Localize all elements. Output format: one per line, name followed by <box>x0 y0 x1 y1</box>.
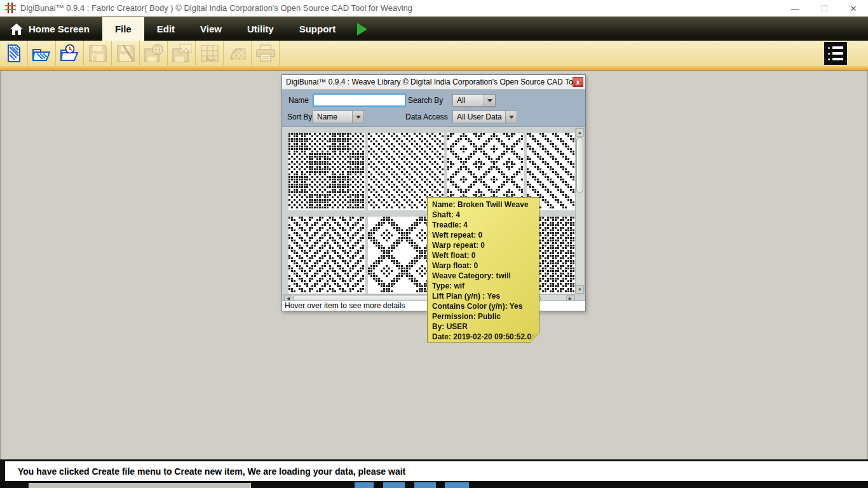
save-global-icon <box>144 44 164 63</box>
maximize-button[interactable]: ☐ <box>810 0 839 17</box>
window-frame-left <box>0 71 1 459</box>
status-message: You have clicked Create file menu to Cre… <box>5 466 405 477</box>
scroll-up-icon[interactable]: ▲ <box>576 128 584 137</box>
texture-apply-icon <box>227 44 248 63</box>
open-recent-icon <box>60 44 80 63</box>
save-texture-icon <box>172 44 192 63</box>
sort-by-label: Sort By <box>287 112 312 121</box>
taskbar-sliver <box>0 481 868 488</box>
tooltip-weft-repeat: Weft repeat: 0 <box>432 230 539 240</box>
close-button[interactable]: ✕ <box>839 0 868 17</box>
data-access-dropdown[interactable]: All User Data <box>452 111 517 123</box>
texture-apply-button <box>224 41 252 66</box>
print-button <box>252 41 280 66</box>
taskbar-item[interactable] <box>383 482 405 488</box>
save-icon <box>88 44 108 63</box>
tooltip-date: Date: 2019-02-20 09:50:52.0 <box>432 332 539 342</box>
open-file-button[interactable] <box>28 41 56 66</box>
tooltip-contains-color: Contains Color (y/n): Yes <box>432 301 539 311</box>
dialog-form: Name Search By All Sort By Name Data Acc… <box>282 90 585 126</box>
chevron-down-icon[interactable] <box>484 95 495 106</box>
play-icon <box>357 23 367 36</box>
run-button[interactable] <box>348 17 376 41</box>
tooltip-permission: Permission: Public <box>432 311 539 322</box>
taskbar-item[interactable] <box>355 482 374 488</box>
weave-thumbnail[interactable] <box>288 133 365 210</box>
status-message-bar: You have clicked Create file menu to Cre… <box>0 459 868 481</box>
taskbar-item[interactable] <box>445 482 469 488</box>
sort-by-dropdown[interactable]: Name <box>313 111 364 123</box>
data-access-label: Data Access <box>405 112 448 121</box>
tooltip-by: By: USER <box>432 322 539 332</box>
name-label: Name <box>288 96 309 105</box>
open-recent-button[interactable] <box>56 41 84 66</box>
vertical-scrollbar[interactable]: ▲ ▼ <box>575 128 585 294</box>
weave-details-tooltip: Name: Broken Twill Weave Shaft: 4 Treadl… <box>427 197 539 342</box>
weave-thumbnail[interactable] <box>288 217 365 294</box>
tooltip-weft-float: Weft float: 0 <box>432 250 539 261</box>
dialog-close-button[interactable]: x <box>573 77 583 87</box>
chevron-down-icon[interactable] <box>352 111 363 123</box>
tooltip-fold-corner <box>531 334 539 342</box>
graph-transfer-icon <box>200 44 220 63</box>
list-icon <box>828 46 843 49</box>
tooltip-type: Type: wif <box>432 281 539 291</box>
tooltip-shaft: Shaft: 4 <box>432 210 539 220</box>
tooltip-lift-plan: Lift Plan (y/n) : Yes <box>432 291 539 301</box>
new-fabric-icon <box>4 44 24 63</box>
window-title: DigiBunai™ 0.9.4 : Fabric Creator( Body … <box>20 3 412 13</box>
save-button <box>84 41 112 66</box>
menu-view[interactable]: View <box>187 17 234 41</box>
save-texture-button <box>168 41 196 66</box>
dialog-title: DigiBunai™ 0.9.4 : Weave Library © Digit… <box>282 78 583 86</box>
tooltip-treadle: Treadle: 4 <box>432 220 539 230</box>
app-logo-icon <box>5 3 16 13</box>
open-file-icon <box>32 44 52 63</box>
print-icon <box>255 44 276 63</box>
home-icon <box>10 24 23 35</box>
scroll-down-icon[interactable]: ▼ <box>576 285 584 294</box>
menubar: Home Screen File Edit View Utility Suppo… <box>0 17 868 41</box>
search-by-dropdown[interactable]: All <box>452 94 496 107</box>
menu-home-label: Home Screen <box>29 24 90 34</box>
menu-file[interactable]: File <box>102 17 144 41</box>
minimize-button[interactable]: — <box>780 0 810 17</box>
dialog-titlebar[interactable]: DigiBunai™ 0.9.4 : Weave Library © Digit… <box>282 75 585 90</box>
menu-support[interactable]: Support <box>287 17 349 41</box>
library-list-button[interactable] <box>824 42 847 65</box>
window-titlebar: DigiBunai™ 0.9.4 : Fabric Creator( Body … <box>0 0 868 17</box>
menu-utility[interactable]: Utility <box>234 17 287 41</box>
tooltip-warp-float: Warp float: 0 <box>432 261 539 271</box>
name-input[interactable] <box>313 93 406 107</box>
graph-transfer-button <box>196 41 224 66</box>
save-as-button <box>112 41 140 66</box>
menu-edit[interactable]: Edit <box>144 17 187 41</box>
menu-home-screen[interactable]: Home Screen <box>0 17 102 41</box>
search-by-label: Search By <box>408 96 443 105</box>
save-as-icon <box>116 44 136 63</box>
tooltip-category: Weave Category: twill <box>432 271 539 281</box>
toolbar-accent-band <box>0 66 868 71</box>
taskbar-item[interactable] <box>414 482 436 488</box>
tooltip-name: Name: Broken Twill Weave <box>432 200 539 210</box>
tooltip-warp-repeat: Warp repeat: 0 <box>432 240 539 250</box>
new-fabric-button[interactable] <box>0 41 28 66</box>
save-global-button <box>140 41 168 66</box>
chevron-down-icon[interactable] <box>505 111 517 123</box>
taskbar-segment <box>29 483 251 488</box>
vertical-scroll-thumb[interactable] <box>576 137 583 193</box>
